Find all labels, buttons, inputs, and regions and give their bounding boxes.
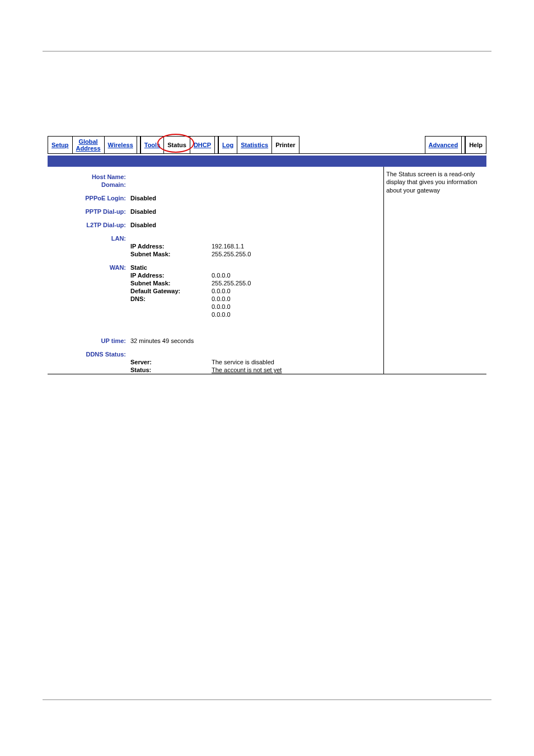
row-lan-mask: Subnet Mask: 255.255.255.0 [48,251,383,257]
row-pppoe: PPPoE Login: Disabled [48,195,383,201]
row-uptime: UP time: 32 minutes 49 seconds [48,337,383,344]
row-wan-dns3: 0.0.0.0 [48,311,383,318]
row-ddns-header: DDNS Status: [48,351,383,358]
row-wan-mask: Subnet Mask: 255.255.255.0 [48,280,383,287]
value-pptp: Disabled [130,208,212,215]
label-hostname: Host Name: [48,173,130,180]
row-wan-dns1: DNS: 0.0.0.0 [48,295,383,302]
content-area: Host Name: Domain: PPPoE Login: Disabled… [48,167,486,374]
label-wan: WAN: [48,264,130,271]
page-top-rule [43,51,491,51]
field-status: Status: [130,367,212,373]
row-lan-header: LAN: [48,235,383,242]
tab-statistics[interactable]: Statistics [237,136,272,154]
tab-global-line2: Address [76,145,101,152]
row-pptp: PPTP Dial-up: Disabled [48,208,383,215]
tab-printer[interactable]: Printer [272,136,299,154]
page-bottom-rule [43,699,491,700]
tab-log[interactable]: Log [218,136,237,154]
main-panel: Host Name: Domain: PPPoE Login: Disabled… [48,167,383,374]
tab-setup[interactable]: Setup [48,136,73,154]
row-l2tp: L2TP Dial-up: Disabled [48,222,383,228]
value-pppoe: Disabled [130,195,212,201]
value-ddns-server: The service is disabled [212,359,383,365]
field-ip-address: IP Address: [130,272,212,279]
value-dns2: 0.0.0.0 [212,303,383,310]
row-wan-dns2: 0.0.0.0 [48,303,383,310]
tab-bar: Setup Global Address Wireless Tools Stat… [48,136,486,154]
field-dns: DNS: [130,295,212,302]
label-lan: LAN: [48,235,130,242]
label-l2tp: L2TP Dial-up: [48,222,130,228]
field-default-gateway: Default Gateway: [130,288,212,294]
value-hostname [130,173,212,180]
tab-wireless[interactable]: Wireless [105,136,137,154]
value-lan-ip: 192.168.1.1 [212,243,383,250]
tab-dhcp[interactable]: DHCP [190,136,215,154]
router-status-screenshot: Setup Global Address Wireless Tools Stat… [48,136,486,374]
value-wan-mask: 255.255.255.0 [212,280,383,287]
label-ddns: DDNS Status: [48,351,130,358]
field-server: Server: [130,359,212,365]
field-subnet-mask: Subnet Mask: [130,280,212,287]
tab-advanced[interactable]: Advanced [425,136,462,154]
value-wan-type: Static [130,264,212,271]
value-dns3: 0.0.0.0 [212,311,383,318]
row-ddns-status: Status: The account is not set yet [48,367,383,373]
value-domain [130,181,212,188]
field-subnet-mask: Subnet Mask: [130,251,212,257]
value-uptime: 32 minutes 49 seconds [130,337,194,344]
tab-global-line1: Global [76,138,101,145]
row-wan-gw: Default Gateway: 0.0.0.0 [48,288,383,294]
value-wan-ip: 0.0.0.0 [212,272,383,279]
value-wan-gw: 0.0.0.0 [212,288,383,294]
label-pppoe: PPPoE Login: [48,195,130,201]
blue-banner [48,156,486,167]
row-wan-ip: IP Address: 0.0.0.0 [48,272,383,279]
row-wan-header: WAN: Static [48,264,383,271]
tab-tools[interactable]: Tools [140,136,165,154]
screenshot-bottom-edge [48,374,486,374]
value-lan-mask: 255.255.255.0 [212,251,383,257]
value-ddns-status: The account is not set yet [212,367,383,373]
value-l2tp: Disabled [130,222,212,228]
row-hostname: Host Name: [48,173,383,180]
tab-help[interactable]: Help [465,136,486,154]
value-dns1: 0.0.0.0 [212,295,383,302]
label-domain: Domain: [48,181,130,188]
row-ddns-server: Server: The service is disabled [48,359,383,365]
sidebar-help-text: The Status screen is a read-only display… [383,167,486,374]
tab-status[interactable]: Status [164,136,190,154]
field-ip-address: IP Address: [130,243,212,250]
row-lan-ip: IP Address: 192.168.1.1 [48,243,383,250]
row-domain: Domain: [48,181,383,188]
tab-global-address[interactable]: Global Address [73,136,105,154]
label-uptime: UP time: [48,337,130,344]
tab-filler [299,136,425,154]
label-pptp: PPTP Dial-up: [48,208,130,215]
